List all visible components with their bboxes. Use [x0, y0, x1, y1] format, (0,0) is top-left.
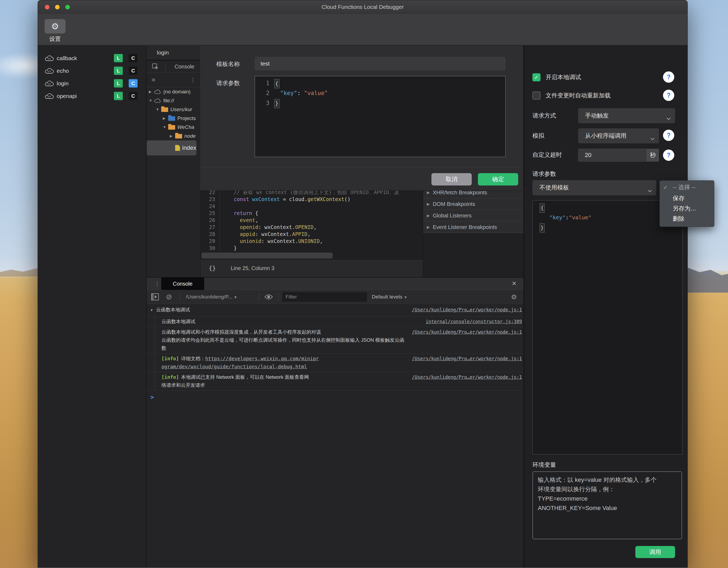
cloud-badge[interactable]: C — [129, 92, 138, 100]
chevron-down-icon[interactable]: ▼ — [163, 125, 168, 129]
source-link[interactable]: /Users/kunlideng/Pro…er/worker/node.js:1 — [412, 354, 522, 363]
source-link[interactable]: internal/console/constructor.js:389 — [426, 317, 522, 325]
chevron-right-icon: ▶ — [427, 222, 430, 233]
menu-item-save[interactable]: 保存 — [660, 193, 714, 204]
source-link[interactable]: /Users/kunlideng/Pro…er/worker/node.js:1 — [412, 306, 522, 314]
title-bar[interactable]: Cloud Functions Local Debugger — [38, 0, 687, 14]
timeout-unit: 秒 — [647, 149, 659, 161]
section-dom-breakpoints[interactable]: ▶ DOM Breakpoints — [423, 198, 524, 210]
devtools-console-tab[interactable]: Console — [175, 61, 194, 72]
triangle-down-icon[interactable]: ▼ — [150, 308, 153, 312]
tree-item-index-selected[interactable]: index — [147, 140, 196, 156]
modal-footer-divider — [200, 167, 523, 167]
env-vars-textarea[interactable]: 输入格式：以 key=value 对的格式输入，多个 环境变量间以换行分隔，例：… — [532, 471, 682, 539]
console-row[interactable]: 云函数本地调试 internal/console/constructor.js:… — [147, 316, 524, 327]
group-indent-guide — [155, 353, 155, 372]
tab-login[interactable]: login — [157, 45, 169, 60]
function-item-echo[interactable]: </> echo L C — [38, 64, 146, 77]
navigator-header: » ⋮ — [147, 73, 200, 87]
filter-input[interactable] — [282, 292, 367, 302]
eye-icon[interactable] — [264, 294, 273, 300]
section-event-listener-breakpoints[interactable]: ▶ Event Listener Breakpoints — [423, 222, 524, 233]
cloud-badge[interactable]: C — [129, 67, 138, 75]
doc-link[interactable]: ogram/dev/wxcloud/guide/functions/local-… — [161, 364, 307, 369]
separator — [279, 293, 279, 300]
tree-item-file[interactable]: ▼ file:// — [147, 96, 200, 105]
simulate-select[interactable]: 从小程序端调用 — [578, 128, 659, 143]
template-name-input[interactable] — [255, 57, 506, 70]
clear-console-icon[interactable]: ⊘ — [166, 290, 172, 304]
tree-item-no-domain[interactable]: ▶ (no domain) — [147, 87, 200, 96]
menu-item-select[interactable]: ✓ -- 选择 -- — [660, 182, 714, 193]
chevron-right-icon: ▶ — [427, 198, 430, 210]
cloud-function-icon: </> — [45, 55, 54, 62]
console-prompt[interactable]: > — [147, 390, 524, 400]
settings-button[interactable]: ⚙ — [45, 19, 66, 34]
chevron-right-icon[interactable]: ▶ — [163, 116, 168, 120]
tree-item-users[interactable]: ▼ Users/kur — [147, 105, 200, 114]
template-select[interactable]: 不使用模板 — [532, 180, 656, 196]
execution-context-selector[interactable]: /Users/kunlideng/P... ▼ — [186, 290, 237, 304]
console-group-row[interactable]: ▼云函数本地调试 /Users/kunlideng/Pro…er/worker/… — [147, 304, 524, 316]
confirm-button[interactable]: 确定 — [478, 173, 518, 186]
info-badge: [info] — [161, 374, 179, 380]
log-levels-selector[interactable]: Default levels ▼ — [372, 290, 407, 304]
request-mode-select[interactable]: 手动触发 — [578, 108, 675, 123]
chevron-down-icon[interactable]: ▼ — [156, 107, 161, 111]
request-params-label: 请求参数 — [532, 170, 556, 178]
local-badge[interactable]: L — [114, 92, 123, 100]
tree-item-node[interactable]: ▶ node — [147, 132, 200, 140]
help-button[interactable]: ? — [663, 130, 674, 141]
navigator-menu-icon[interactable]: ⋮ — [190, 73, 196, 87]
source-link[interactable]: /Users/kunlideng/Pro…er/worker/node.js:1 — [412, 373, 522, 381]
section-global-listeners[interactable]: ▶ Global Listeners — [423, 210, 524, 222]
console-sidebar-toggle-icon[interactable] — [151, 293, 159, 302]
json-line: 1{ — [255, 78, 505, 88]
horizontal-scrollbar[interactable] — [201, 253, 333, 259]
function-name: echo — [57, 64, 69, 77]
menu-item-delete[interactable]: 删除 — [660, 214, 714, 224]
inspect-icon[interactable] — [152, 63, 159, 71]
more-tabs-icon[interactable]: » — [152, 73, 155, 86]
tree-item-projects[interactable]: ▶ Projects — [147, 114, 200, 123]
close-icon[interactable]: × — [509, 278, 520, 289]
console-row[interactable]: [info]本地调试已支持 Network 面板，可以在 Network 面板查… — [147, 372, 524, 390]
console-row[interactable]: [info]详细文档：https://developers.weixin.qq.… — [147, 353, 524, 372]
cloud-badge-active[interactable]: C — [129, 79, 138, 88]
doc-link[interactable]: https://developers.weixin.qq.com/minipr — [205, 356, 319, 361]
function-item-login[interactable]: </> login L C — [38, 77, 146, 90]
local-badge[interactable]: L — [114, 67, 123, 75]
code-line: 27 openid: wxContext.OPENID, — [201, 224, 423, 231]
help-button[interactable]: ? — [663, 71, 674, 83]
tree-item-wechat[interactable]: ▼ WeCha — [147, 123, 200, 132]
help-button[interactable]: ? — [663, 90, 674, 101]
code-line: 23 const wxContext = cloud.getWXContext(… — [201, 196, 423, 203]
console-tab[interactable]: Console — [161, 278, 204, 290]
function-item-callback[interactable]: </> callback L C — [38, 52, 146, 64]
cancel-button[interactable]: 取消 — [431, 173, 472, 186]
chevron-down-icon[interactable]: ▼ — [149, 99, 154, 103]
invoke-button[interactable]: 调用 — [635, 546, 675, 558]
console-row[interactable]: 云函数本地调试和小程序模拟器深度集成，从开发者工具小程序发起的对该云函数的请求均… — [147, 327, 524, 353]
enable-local-debug-checkbox[interactable]: ✓ — [532, 73, 540, 81]
caret-down-icon: ▼ — [404, 295, 407, 299]
function-name: openapi — [57, 90, 77, 102]
console-menu-icon[interactable]: ⋮ — [154, 278, 160, 290]
modal-json-editor[interactable]: 1{ 2"key": "value" 3} — [255, 76, 506, 157]
function-name: callback — [57, 52, 77, 64]
console-settings-gear-icon[interactable]: ⚙ — [511, 290, 517, 304]
menu-item-save-as[interactable]: 另存为… — [660, 204, 714, 214]
source-link[interactable]: /Users/kunlideng/Pro…er/worker/node.js:1 — [412, 328, 522, 336]
help-button[interactable]: ? — [663, 150, 674, 161]
local-badge[interactable]: L — [114, 54, 123, 62]
auto-reload-checkbox[interactable] — [532, 92, 540, 100]
function-item-openapi[interactable]: </> openapi L C — [38, 90, 146, 102]
folder-icon — [175, 134, 182, 139]
console-messages: ▼云函数本地调试 /Users/kunlideng/Pro…er/worker/… — [147, 304, 524, 400]
request-params-editor[interactable]: { "key": "value" } — [532, 200, 683, 454]
local-badge[interactable]: L — [114, 79, 123, 88]
chevron-right-icon[interactable]: ▶ — [170, 134, 175, 138]
group-indent-guide — [155, 372, 155, 390]
chevron-right-icon[interactable]: ▶ — [149, 90, 154, 94]
cloud-badge[interactable]: C — [129, 54, 138, 62]
